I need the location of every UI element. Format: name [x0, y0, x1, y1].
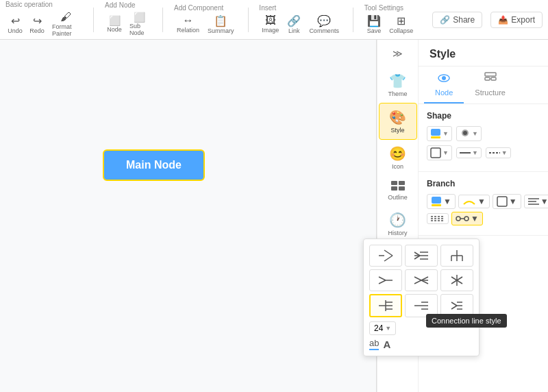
- svg-line-30: [384, 256, 393, 261]
- addnode-group-label: Add Node: [105, 1, 135, 9]
- insert-items: 🖼 Image 🔗 Link 💬 Comments: [259, 13, 342, 36]
- share-icon: 🔗: [440, 15, 450, 25]
- tab-structure[interactable]: Structure: [464, 66, 516, 103]
- svg-rect-6: [485, 73, 496, 76]
- node-button[interactable]: ⬜ Node: [105, 14, 124, 34]
- redo-label: Redo: [29, 27, 45, 34]
- format-painter-button[interactable]: 🖌 Format Painter: [49, 10, 82, 38]
- comments-label: Comments: [309, 27, 339, 34]
- sidebar-item-icon[interactable]: 😊 Icon: [379, 140, 417, 175]
- line-style-ctrl[interactable]: ▼: [456, 147, 482, 158]
- save-label: Save: [367, 27, 382, 34]
- branch-fill-ctrl[interactable]: ▼: [427, 194, 456, 209]
- sidebar-item-history[interactable]: 🕐 History: [379, 206, 417, 242]
- undo-icon: ↩: [11, 14, 20, 27]
- toolbar-group-insert: Insert 🖼 Image 🔗 Link 💬 Comments: [259, 4, 342, 36]
- component-group-label: Add Component: [174, 4, 223, 12]
- format-painter-label: Format Painter: [52, 23, 79, 37]
- connection-chevron: ▼: [471, 214, 479, 223]
- structure-tab-label: Structure: [475, 88, 506, 97]
- redo-button[interactable]: ↪ Redo: [27, 13, 47, 36]
- font-color-ctrl[interactable]: ▼: [456, 126, 482, 141]
- theme-icon: 👕: [389, 73, 406, 89]
- svg-rect-7: [485, 77, 490, 80]
- canvas-area[interactable]: Main Node: [0, 40, 376, 392]
- conn-type-1[interactable]: [369, 245, 402, 267]
- structure-tab-icon: [484, 72, 497, 87]
- collapse-label: Collapse: [389, 27, 413, 34]
- branch-align-ctrl[interactable]: ▼: [524, 195, 548, 208]
- connection-line-btn[interactable]: ▼: [451, 212, 483, 225]
- outline-icon: [391, 181, 405, 193]
- branch-border-chevron: ▼: [509, 197, 517, 206]
- conn-type-2[interactable]: [405, 245, 438, 267]
- popup-bottom-row: 24 ▼: [369, 321, 473, 335]
- conn-type-5[interactable]: [405, 269, 438, 291]
- shape-title: Shape: [427, 111, 540, 121]
- collapse-button[interactable]: ⊞ Collapse: [386, 13, 416, 36]
- conn-type-8[interactable]: [405, 294, 438, 317]
- dash-style-ctrl[interactable]: ▼: [486, 147, 511, 158]
- conn-type-7-selected[interactable]: [369, 294, 402, 317]
- addnode-items: ⬜ Node ⬜ Sub Node: [105, 10, 151, 38]
- component-items: ↔ Relation 📋 Summary: [174, 13, 237, 36]
- image-button[interactable]: 🖼 Image: [259, 13, 282, 35]
- svg-rect-13: [431, 148, 440, 158]
- node-tab-label: Node: [435, 88, 453, 97]
- share-button[interactable]: 🔗 Share: [432, 12, 482, 28]
- svg-line-54: [457, 280, 462, 284]
- tools-items: 💾 Save ⊞ Collapse: [364, 13, 416, 36]
- undo-button[interactable]: ↩ Undo: [5, 13, 25, 36]
- sidebar-item-theme[interactable]: 👕 Theme: [379, 67, 417, 103]
- summary-icon: 📋: [214, 14, 227, 27]
- branch-dash-ctrl[interactable]: [427, 213, 449, 224]
- svg-line-49: [414, 280, 421, 284]
- basic-group-label: Basic operation: [5, 1, 53, 8]
- relation-button[interactable]: ↔ Relation: [174, 13, 202, 35]
- svg-point-5: [442, 76, 446, 80]
- branch-section: Branch ▼ ▼: [419, 172, 548, 236]
- link-button[interactable]: 🔗 Link: [284, 13, 303, 36]
- border-style-ctrl[interactable]: ▼: [427, 145, 452, 160]
- divider-1: [93, 8, 94, 32]
- branch-fill-chevron: ▼: [443, 197, 451, 206]
- size-chevron: ▼: [385, 325, 391, 332]
- conn-type-4[interactable]: [369, 269, 402, 291]
- save-button[interactable]: 💾 Save: [364, 13, 384, 36]
- sidebar-item-outline[interactable]: Outline: [379, 175, 417, 206]
- svg-rect-17: [432, 204, 441, 206]
- main-node-label: Main Node: [126, 159, 182, 171]
- tab-node[interactable]: Node: [424, 66, 464, 103]
- conn-type-6[interactable]: [440, 269, 473, 291]
- branch-row-1: ▼ ▼ ▼: [427, 194, 540, 209]
- export-button[interactable]: 📤 Export: [490, 12, 543, 28]
- comments-icon: 💬: [317, 14, 331, 27]
- fill-color-ctrl[interactable]: ▼: [427, 126, 452, 141]
- outline-label: Outline: [388, 194, 408, 201]
- divider-3: [248, 8, 249, 32]
- shape-row-1: ▼ ▼: [427, 126, 540, 141]
- size-value: 24: [374, 323, 383, 333]
- svg-rect-3: [399, 186, 405, 191]
- toolbar-group-basic: Basic operation ↩ Undo ↪ Redo 🖌 Format P…: [5, 1, 82, 38]
- conn-type-9[interactable]: [440, 294, 473, 317]
- expand-button[interactable]: ≫: [387, 45, 409, 62]
- comments-button[interactable]: 💬 Comments: [306, 13, 342, 36]
- subnode-button[interactable]: ⬜ Sub Node: [127, 10, 151, 38]
- size-selector[interactable]: 24 ▼: [369, 321, 396, 335]
- branch-line-ctrl[interactable]: ▼: [458, 195, 490, 208]
- sidebar-item-style[interactable]: 🎨 Style: [379, 103, 417, 140]
- conn-type-3[interactable]: [440, 245, 473, 267]
- svg-line-48: [414, 277, 421, 280]
- toolbar: Basic operation ↩ Undo ↪ Redo 🖌 Format P…: [0, 0, 548, 40]
- main-node[interactable]: Main Node: [103, 149, 205, 181]
- svg-rect-2: [391, 186, 397, 191]
- export-icon: 📤: [498, 15, 508, 25]
- branch-border-ctrl[interactable]: ▼: [493, 194, 521, 209]
- style-tabs: Node Structure: [419, 66, 548, 104]
- border-chevron: ▼: [443, 149, 449, 156]
- summary-button[interactable]: 📋 Summary: [205, 13, 237, 36]
- toolbar-group-component: Add Component ↔ Relation 📋 Summary: [174, 4, 237, 36]
- basic-items: ↩ Undo ↪ Redo 🖌 Format Painter: [5, 10, 82, 38]
- save-icon: 💾: [367, 14, 381, 27]
